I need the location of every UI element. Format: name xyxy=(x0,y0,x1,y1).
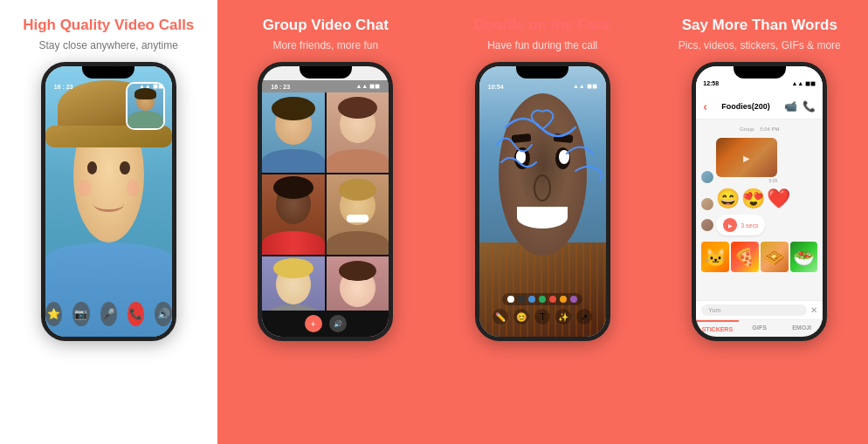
chat-input-bar: Yum ✕ xyxy=(696,300,823,319)
grid-person-3 xyxy=(262,174,325,255)
chat-header: ‹ Foodies(200) 📹 📞 xyxy=(696,89,823,120)
share-tool[interactable]: ↗ xyxy=(576,309,592,324)
video-call-icon[interactable]: 📹 xyxy=(784,100,797,113)
sticker-section: 🐱 🍕 🧇 🥗 xyxy=(701,242,817,272)
tab-gifs[interactable]: GIFS xyxy=(739,320,781,337)
panel-4-title: Say More Than Words xyxy=(682,16,837,35)
group-video-grid xyxy=(262,92,389,337)
phone-4: 12:58 ▲▲ ◼◼ ‹ Foodies(200) 📹 📞 Group 5:0… xyxy=(692,62,827,341)
speaker-button[interactable]: 🔊 xyxy=(155,302,171,326)
panel-2-title: Group Video Chat xyxy=(263,16,389,35)
sticker-green[interactable]: 🥗 xyxy=(790,242,818,272)
voice-duration: 3 secs xyxy=(741,222,758,229)
panel-3-subtitle: Have fun during the call xyxy=(487,39,597,51)
panel-doodle: Doodle on the Face Have fun during the c… xyxy=(434,0,651,444)
panel-group-video: Group Video Chat More friends, more fun … xyxy=(217,0,435,444)
play-button[interactable]: ▶ xyxy=(723,218,737,232)
signal-icons-3: ▲▲ ◼◼ xyxy=(573,83,597,90)
color-black[interactable] xyxy=(518,296,525,303)
phone-4-screen: 12:58 ▲▲ ◼◼ ‹ Foodies(200) 📹 📞 Group 5:0… xyxy=(696,66,823,337)
sender-avatar-3 xyxy=(701,219,713,231)
color-red[interactable] xyxy=(549,296,556,303)
chat-messages: Group 5:04 PM 5:05 😄 xyxy=(696,120,823,300)
brush-tool[interactable]: ✏️ xyxy=(493,309,508,324)
sticker-tool[interactable]: 😊 xyxy=(513,309,529,324)
back-button[interactable]: ‹ xyxy=(703,99,707,113)
voice-message: ▶ 3 secs xyxy=(701,215,817,236)
chat-time: 12:58 xyxy=(703,80,719,87)
chat-signal: ▲▲ ◼◼ xyxy=(791,80,816,87)
timestamp-label: Group 5:04 PM xyxy=(701,126,817,132)
emoji-reaction: ❤️ xyxy=(767,188,790,210)
chat-tabs: STICKERS GIFS EMOJI xyxy=(696,319,823,337)
received-image-message: 5:05 xyxy=(701,138,817,183)
time-display-3: 10:54 xyxy=(488,84,504,90)
header-actions: 📹 📞 xyxy=(784,100,816,113)
panel-3-title: Doodle on the Face xyxy=(474,16,611,35)
tab-stickers[interactable]: STICKERS xyxy=(696,320,738,337)
chat-screen: 12:58 ▲▲ ◼◼ ‹ Foodies(200) 📹 📞 Group 5:0… xyxy=(696,66,823,337)
star-button[interactable]: ⭐ xyxy=(45,302,62,326)
add-person-button[interactable]: + xyxy=(305,315,322,332)
close-input-icon[interactable]: ✕ xyxy=(810,305,817,315)
status-bar-3: 10:54 ▲▲ ◼◼ xyxy=(479,80,606,92)
panel-1-title: High Quality Video Calls xyxy=(23,16,194,35)
food-image-thumbnail[interactable] xyxy=(716,138,777,177)
color-white[interactable] xyxy=(507,296,514,303)
sticker-pizza[interactable]: 🍕 xyxy=(731,242,759,272)
grid-person-4 xyxy=(327,174,389,255)
panel-1-subtitle: Stay close anywhere, anytime xyxy=(39,39,178,51)
status-bar-1: 16 : 23 ▲▲ ◼◼ xyxy=(45,80,172,92)
grid-person-2 xyxy=(327,92,389,173)
color-green[interactable] xyxy=(539,296,546,303)
phone-3: 10:54 ▲▲ ◼◼ xyxy=(475,62,610,341)
emoji-smiley: 😄 xyxy=(716,188,740,210)
emoji-heart-eyes: 😍 xyxy=(741,188,765,210)
text-tool[interactable]: T xyxy=(534,309,550,324)
camera-button[interactable]: 📷 xyxy=(72,302,89,326)
group-name: Foodies(200) xyxy=(721,102,770,111)
phone-call-icon[interactable]: 📞 xyxy=(803,100,816,113)
grid-person-1 xyxy=(262,92,325,173)
call-controls: ⭐ 📷 🎤 📞 🔊 xyxy=(45,302,172,326)
group-mic-button[interactable]: 🔊 xyxy=(329,315,347,332)
panel-video-calls: High Quality Video Calls Stay close anyw… xyxy=(0,0,217,444)
voice-bubble[interactable]: ▶ 3 secs xyxy=(716,215,765,236)
end-call-button[interactable]: 📞 xyxy=(127,302,144,326)
panel-chat: Say More Than Words Pics, videos, sticke… xyxy=(651,0,869,444)
phone-3-screen: 10:54 ▲▲ ◼◼ xyxy=(479,66,606,337)
color-purple[interactable] xyxy=(570,296,577,303)
phone-1-notch xyxy=(82,66,134,79)
phone-2-notch xyxy=(300,66,352,79)
sender-avatar-2 xyxy=(701,198,713,210)
phone-1: 16 : 23 ▲▲ ◼◼ ⭐ 📷 🎤 📞 🔊 xyxy=(41,62,176,341)
image-timestamp: 5:05 xyxy=(716,178,777,183)
emoji-message: 😄 😍 ❤️ xyxy=(701,188,817,210)
color-orange[interactable] xyxy=(560,296,567,303)
input-placeholder: Yum xyxy=(708,307,720,313)
phone-1-screen: 16 : 23 ▲▲ ◼◼ ⭐ 📷 🎤 📞 🔊 xyxy=(45,66,172,337)
time-display-2: 16 : 23 xyxy=(271,84,290,90)
signal-icons-1: ▲▲ ◼◼ xyxy=(139,83,163,90)
tool-icons: ✏️ 😊 T ✨ ↗ xyxy=(493,309,592,324)
color-picker[interactable] xyxy=(502,293,582,305)
mute-button[interactable]: 🎤 xyxy=(100,302,117,326)
image-bubble: 5:05 xyxy=(716,138,777,183)
tab-emoji[interactable]: EMOJI xyxy=(781,320,823,337)
phone-4-notch xyxy=(734,66,786,79)
sticker-waffle[interactable]: 🧇 xyxy=(761,242,789,272)
status-bar-2: 16 : 23 ▲▲ ◼◼ xyxy=(262,80,389,92)
phone-2: 16 : 23 ▲▲ ◼◼ xyxy=(258,62,393,341)
sticker-garfield[interactable]: 🐱 xyxy=(701,242,729,272)
group-call-bottom-bar: + 🔊 xyxy=(262,311,389,337)
phone-3-notch xyxy=(516,66,568,79)
chat-input[interactable]: Yum xyxy=(701,304,807,316)
doodle-controls: ✏️ 😊 T ✨ ↗ xyxy=(479,293,606,324)
panel-4-subtitle: Pics, videos, stickers, GIFs & more xyxy=(679,39,841,51)
panel-2-subtitle: More friends, more fun xyxy=(272,39,378,51)
signal-icons-2: ▲▲ ◼◼ xyxy=(355,83,380,90)
effects-tool[interactable]: ✨ xyxy=(555,309,571,324)
phone-2-screen: 16 : 23 ▲▲ ◼◼ xyxy=(262,66,389,337)
color-blue[interactable] xyxy=(528,296,535,303)
emoji-bubble: 😄 😍 ❤️ xyxy=(716,188,790,210)
